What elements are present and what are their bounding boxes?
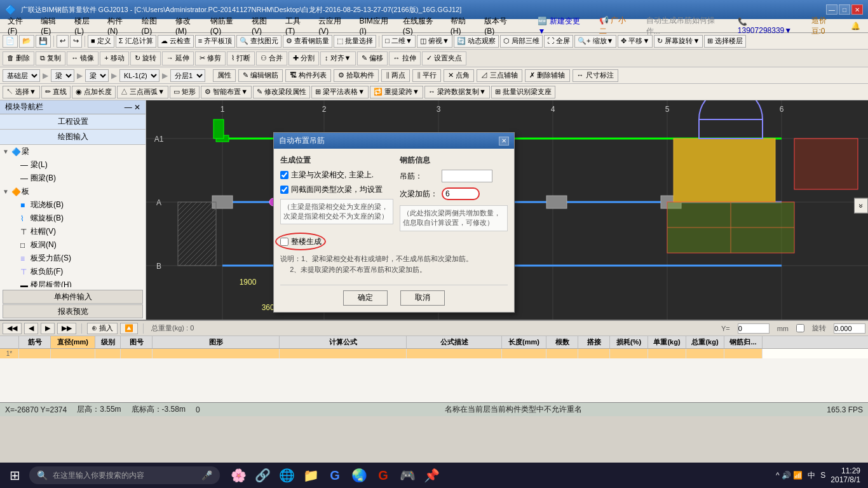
taskbar-app-6[interactable]: 🌏 [348, 464, 370, 486]
btn-point-angle[interactable]: ✕ 点角 [444, 69, 474, 82]
btn-report-preview[interactable]: 报表预览 [3, 304, 143, 318]
menu-version[interactable]: 版本号(B) [479, 15, 520, 37]
nav-collapse-btn[interactable]: — ✕ [125, 103, 140, 112]
menu-cloud[interactable]: 云应用(V) [313, 15, 354, 37]
checkbox1-label[interactable]: 主梁与次梁相交, 主梁上. [291, 170, 374, 180]
btn-delete[interactable]: 🗑 删除 [3, 51, 34, 65]
tree-slab[interactable]: ▼ 🔶 板 [0, 185, 146, 198]
btn-extend[interactable]: → 延伸 [162, 51, 194, 65]
taskbar-app-8[interactable]: 🎮 [397, 464, 418, 486]
hanger-input[interactable] [442, 170, 492, 182]
tree-slab-lj[interactable]: ⌇ 螺旋板(B) [9, 212, 146, 225]
close-button[interactable]: ✕ [851, 4, 863, 15]
btn-set-grip[interactable]: ✓ 设置夹点 [422, 51, 466, 65]
btn-repick-span[interactable]: 🔁 重提梁跨▼ [370, 86, 423, 98]
btn-sum[interactable]: Σ 汇总计算 [116, 35, 156, 48]
menu-draw[interactable]: 绘图(D) [137, 15, 171, 37]
menu-bim[interactable]: BIM应用(I) [354, 15, 397, 37]
btn-new[interactable]: 📄 [3, 35, 18, 48]
menu-edit[interactable]: 编辑(E) [36, 15, 69, 37]
btn-trim[interactable]: ✂ 修剪 [195, 51, 226, 65]
tree-beam[interactable]: ▼ 🔷 梁 [0, 145, 146, 158]
btn-pick-component[interactable]: ⚙ 拾取构件 [334, 69, 379, 82]
btn-batch-identify[interactable]: ⊞ 批量识别梁支座 [491, 86, 555, 98]
btn-align[interactable]: ↕ 对齐▼ [320, 51, 355, 65]
btn-batch-select[interactable]: ⬚ 批量选择 [334, 35, 376, 48]
checkbox-whole-label[interactable]: 整楼生成 [291, 236, 322, 247]
taskbar-app-1[interactable]: 🌸 [227, 464, 249, 486]
cancel-button[interactable]: 取消 [400, 290, 445, 306]
floor-select[interactable]: 基础层 [3, 69, 40, 82]
btn-first[interactable]: ◀◀ [3, 323, 22, 334]
checkbox-whole[interactable] [280, 238, 288, 246]
btn-dimension[interactable]: ↔ 尺寸标注 [573, 69, 618, 82]
btn-stretch[interactable]: ↔ 拉伸 [389, 51, 421, 65]
btn-properties[interactable]: 属性 [213, 69, 236, 82]
taskbar-app-7[interactable]: G [372, 464, 394, 486]
btn-save[interactable]: 💾 [36, 35, 51, 48]
dialog-close-btn[interactable]: ✕ [499, 137, 509, 146]
menu-view[interactable]: 视图(V) [247, 15, 280, 37]
btn-last[interactable]: ▶▶ [57, 323, 76, 334]
btn-three-arc[interactable]: △ 三点画弧▼ [117, 86, 168, 98]
btn-split[interactable]: ✚ 分割 [288, 51, 319, 65]
btn-point-length[interactable]: ◉ 点加长度 [72, 86, 116, 98]
rotate-input[interactable] [834, 323, 865, 334]
btn-partial3d[interactable]: ⬡ 局部三维 [500, 35, 543, 48]
btn-pan[interactable]: ✥ 平移▼ [618, 35, 653, 48]
menu-modify[interactable]: 修改(M) [170, 15, 205, 37]
btn-dynamic[interactable]: 🔄 动态观察 [454, 35, 499, 48]
btn-cloud-check[interactable]: ☁ 云检查 [158, 35, 194, 48]
btn-2d[interactable]: □ 二维▼ [382, 35, 416, 48]
btn-fullscreen[interactable]: ⛶ 全屏 [544, 35, 573, 48]
expand-btn[interactable]: » [854, 198, 868, 214]
btn-mirror[interactable]: ↔ 镜像 [67, 51, 98, 65]
btn-find-elem[interactable]: 🔍 查找图元 [236, 35, 281, 48]
btn-smart-place[interactable]: ⚙ 智能布置▼ [201, 86, 252, 98]
checkbox1[interactable] [280, 171, 288, 179]
component-type-select[interactable]: 梁 [51, 69, 74, 82]
taskbar-app-9[interactable]: 📌 [421, 464, 442, 486]
btn-undo[interactable]: ↩ [57, 35, 69, 48]
beam-type-select[interactable]: 梁 [85, 69, 109, 82]
taskbar-app-4[interactable]: 📁 [300, 464, 322, 486]
btn-component-list[interactable]: 🏗 构件列表 [285, 69, 331, 82]
btn-edit-rebar[interactable]: ✎ 编辑钢筋 [238, 69, 283, 82]
menu-new-change[interactable]: 🆕 新建变更▼ [532, 15, 588, 37]
secondary-input[interactable] [442, 187, 480, 200]
btn-copy[interactable]: ⧉ 复制 [36, 51, 65, 65]
taskbar-app-5[interactable]: G [324, 464, 346, 486]
btn-beam-table[interactable]: ⊞ 梁平法表格▼ [311, 86, 369, 98]
btn-check-qty[interactable]: ⚙ 查看钢筋量 [283, 35, 332, 48]
tree-slab-zhu[interactable]: ⊤ 柱帽(V) [9, 225, 146, 238]
btn-select-floor[interactable]: ⊞ 选择楼层 [704, 35, 746, 48]
btn-move-up[interactable]: 🔼 [120, 323, 138, 334]
nav-drawing-input[interactable]: 绘图输入 [0, 130, 146, 145]
btn-view[interactable]: ◫ 俯视▼ [417, 35, 452, 48]
menu-bell[interactable]: 🔔 [846, 20, 865, 32]
nav-engineering-setup[interactable]: 工程设置 [0, 114, 146, 130]
btn-three-point-axis[interactable]: ⊿ 三点辅轴 [477, 69, 522, 82]
tree-beam-b[interactable]: — 圈梁(B) [9, 172, 146, 185]
btn-two-points[interactable]: ‖ 两点 [381, 69, 410, 82]
tree-slab-fj[interactable]: ⊤ 板负筋(F) [9, 265, 146, 278]
btn-line[interactable]: ✏ 直线 [41, 86, 71, 98]
btn-define[interactable]: ■ 定义 [88, 35, 114, 48]
btn-move[interactable]: + 移动 [100, 51, 128, 65]
btn-level[interactable]: ≡ 齐平板顶 [195, 35, 235, 48]
btn-next[interactable]: ▶ [41, 323, 55, 334]
btn-del-axis[interactable]: ✗ 删除辅轴 [525, 69, 569, 82]
btn-offset[interactable]: ✎ 偏移 [357, 51, 388, 65]
btn-insert[interactable]: ⊕ 插入 [87, 323, 118, 334]
menu-component[interactable]: 构件(N) [102, 15, 137, 37]
btn-rotate[interactable]: ↻ 旋转 [130, 51, 161, 65]
menu-coins[interactable]: 造价豆:0 [806, 14, 843, 38]
taskbar-app-3[interactable]: 🌐 [276, 464, 297, 486]
btn-zoomin[interactable]: 🔍+ 缩放▼ [574, 35, 616, 48]
btn-merge[interactable]: ⚇ 合并 [256, 51, 287, 65]
btn-select-mode[interactable]: ↖ 选择▼ [3, 86, 40, 98]
tree-slab-pd[interactable]: ▬ 楼层板带(H) [9, 278, 146, 287]
btn-break[interactable]: ⌇ 打断 [227, 51, 255, 65]
menu-phone[interactable]: 📞 13907298339▼ [733, 16, 804, 36]
taskbar-app-2[interactable]: 🔗 [252, 464, 273, 486]
